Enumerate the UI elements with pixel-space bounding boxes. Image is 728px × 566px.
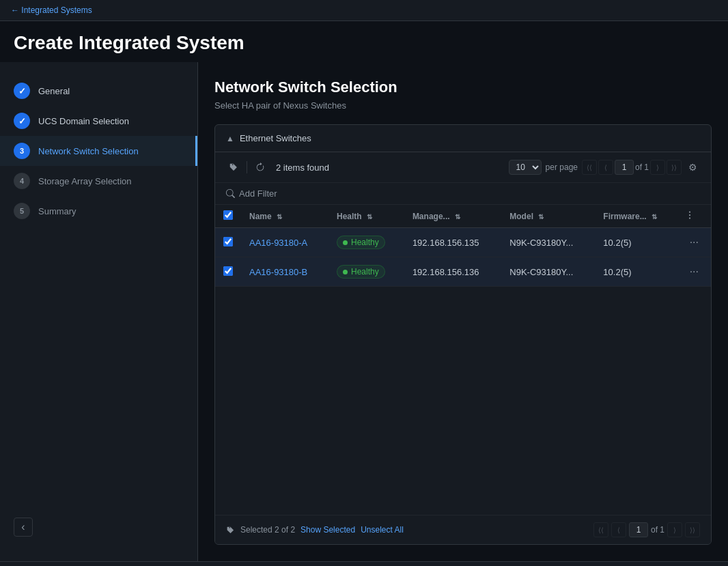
sidebar-item-storage-array[interactable]: 4 Storage Array Selection <box>0 166 197 196</box>
row2-health-badge: Healthy <box>337 265 385 279</box>
footer-prev-page-button[interactable]: ⟨ <box>611 522 626 537</box>
step-circle-general: ✓ <box>14 83 30 99</box>
sort-management-icon: ⇅ <box>455 213 460 221</box>
ethernet-switches-panel: ▲ Ethernet Switches 2 items found 10 25 <box>214 124 712 545</box>
sidebar-label-network: Network Switch Selection <box>38 146 139 156</box>
health-dot-icon <box>343 240 348 245</box>
per-page-select[interactable]: 10 25 50 <box>509 160 542 175</box>
row2-firmware: 10.2(5) <box>595 257 677 287</box>
row2-model: N9K-C93180Y... <box>501 257 595 287</box>
filter-input[interactable] <box>239 188 700 199</box>
refresh-icon-button[interactable] <box>253 160 268 175</box>
footer-first-page-button[interactable]: ⟨⟨ <box>593 522 608 537</box>
row2-health: Healthy <box>328 257 404 287</box>
select-all-checkbox[interactable] <box>223 210 233 220</box>
row1-actions-cell: ··· <box>677 228 711 257</box>
footer-next-page-button[interactable]: ⟩ <box>667 522 682 537</box>
first-page-button[interactable]: ⟨⟨ <box>582 160 597 175</box>
row1-name: AA16-93180-A <box>241 228 328 257</box>
per-page-label: per page <box>546 162 578 172</box>
row1-name-link[interactable]: AA16-93180-A <box>249 238 307 248</box>
toolbar-divider <box>247 161 247 173</box>
row2-actions-button[interactable]: ··· <box>686 264 703 279</box>
panel-header-label: Ethernet Switches <box>240 133 311 143</box>
selection-icon <box>226 526 235 535</box>
footer-pagination: ⟨⟨ ⟨ of 1 ⟩ ⟩⟩ <box>593 522 700 537</box>
row1-health-badge: Healthy <box>337 236 385 249</box>
row2-name: AA16-93180-B <box>241 257 328 287</box>
section-subtitle: Select HA pair of Nexus Switches <box>214 100 712 111</box>
chevron-up-icon: ▲ <box>226 134 234 143</box>
step-circle-network: 3 <box>14 143 30 159</box>
unselect-all-button[interactable]: Unselect All <box>361 525 404 535</box>
tag-icon-button[interactable] <box>226 160 241 175</box>
row2-checkbox[interactable] <box>223 266 233 276</box>
footer-last-page-button[interactable]: ⟩⟩ <box>685 522 700 537</box>
step-circle-storage: 4 <box>14 173 30 189</box>
sidebar-label-general: General <box>38 86 70 96</box>
th-health[interactable]: Health ⇅ <box>328 205 404 228</box>
row1-model: N9K-C93180Y... <box>501 228 595 257</box>
row2-checkbox-cell <box>215 257 241 287</box>
breadcrumb-back[interactable]: ← Integrated Systems <box>11 5 92 15</box>
health-dot-icon <box>343 270 348 274</box>
table-container: Name ⇅ Health ⇅ Manage... ⇅ <box>215 205 711 515</box>
content-area: Network Switch Selection Select HA pair … <box>198 62 728 561</box>
sort-name-icon: ⇅ <box>277 213 282 221</box>
next-page-button[interactable]: ⟩ <box>650 160 665 175</box>
prev-page-button[interactable]: ⟨ <box>598 160 613 175</box>
column-settings-button[interactable]: ⚙ <box>686 159 700 175</box>
sort-model-icon: ⇅ <box>538 213 544 221</box>
row1-checkbox[interactable] <box>223 237 233 246</box>
sort-health-icon: ⇅ <box>367 213 372 221</box>
show-selected-button[interactable]: Show Selected <box>300 525 355 535</box>
row1-checkbox-cell <box>215 228 241 257</box>
step-circle-ucs: ✓ <box>14 113 30 129</box>
sidebar-label-storage: Storage Array Selection <box>38 176 132 186</box>
sidebar-bottom: ‹ <box>0 507 197 548</box>
selected-count-text: Selected 2 of 2 <box>240 525 295 535</box>
sidebar-label-ucs: UCS Domain Selection <box>38 116 129 126</box>
page-title: Create Integrated System <box>0 21 728 62</box>
table-toolbar: 2 items found 10 25 50 per page ⟨⟨ ⟨ of … <box>215 152 711 183</box>
row1-actions-button[interactable]: ··· <box>686 235 703 250</box>
main-layout: ✓ General ✓ UCS Domain Selection 3 Netwo… <box>0 62 728 561</box>
sidebar-item-summary[interactable]: 5 Summary <box>0 196 197 226</box>
per-page-control: 10 25 50 per page ⟨⟨ ⟨ of 1 ⟩ ⟩⟩ ⚙ <box>509 159 700 175</box>
row1-health: Healthy <box>328 228 404 257</box>
th-model[interactable]: Model ⇅ <box>501 205 595 228</box>
table-row: AA16-93180-B Healthy 192.168.156.136 N9K… <box>215 257 711 287</box>
sort-firmware-icon: ⇅ <box>652 213 657 221</box>
svg-point-0 <box>689 211 690 212</box>
row2-actions-cell: ··· <box>677 257 711 287</box>
footer-page-of: of 1 <box>651 525 664 535</box>
svg-point-2 <box>689 217 690 218</box>
top-bar: ← Integrated Systems <box>0 0 728 21</box>
svg-point-1 <box>689 214 690 216</box>
collapse-sidebar-button[interactable]: ‹ <box>14 518 33 537</box>
sidebar-item-network-switch[interactable]: 3 Network Switch Selection <box>0 136 197 166</box>
th-management[interactable]: Manage... ⇅ <box>404 205 501 228</box>
pagination-controls: ⟨⟨ ⟨ of 1 ⟩ ⟩⟩ <box>582 160 682 175</box>
row1-management: 192.168.156.135 <box>404 228 501 257</box>
page-number-input[interactable] <box>615 160 634 175</box>
footer-page-input[interactable] <box>629 522 648 537</box>
row2-management: 192.168.156.136 <box>404 257 501 287</box>
last-page-button[interactable]: ⟩⟩ <box>667 160 682 175</box>
th-actions <box>677 205 711 228</box>
table-footer: Selected 2 of 2 Show Selected Unselect A… <box>215 515 711 544</box>
switches-table: Name ⇅ Health ⇅ Manage... ⇅ <box>215 205 711 287</box>
row2-name-link[interactable]: AA16-93180-B <box>249 267 307 277</box>
sidebar-label-summary: Summary <box>38 206 76 216</box>
row1-firmware: 10.2(5) <box>595 228 677 257</box>
page-of-label: of 1 <box>635 162 649 172</box>
sidebar-item-general[interactable]: ✓ General <box>0 76 197 106</box>
filter-bar <box>215 183 711 205</box>
th-name[interactable]: Name ⇅ <box>241 205 328 228</box>
items-found: 2 items found <box>276 162 329 173</box>
panel-header-ethernet[interactable]: ▲ Ethernet Switches <box>215 125 711 152</box>
bottom-bar: Cancel Back Next <box>0 561 728 566</box>
table-row: AA16-93180-A Healthy 192.168.156.135 N9K… <box>215 228 711 257</box>
sidebar-item-ucs-domain[interactable]: ✓ UCS Domain Selection <box>0 106 197 136</box>
th-firmware[interactable]: Firmware... ⇅ <box>595 205 677 228</box>
